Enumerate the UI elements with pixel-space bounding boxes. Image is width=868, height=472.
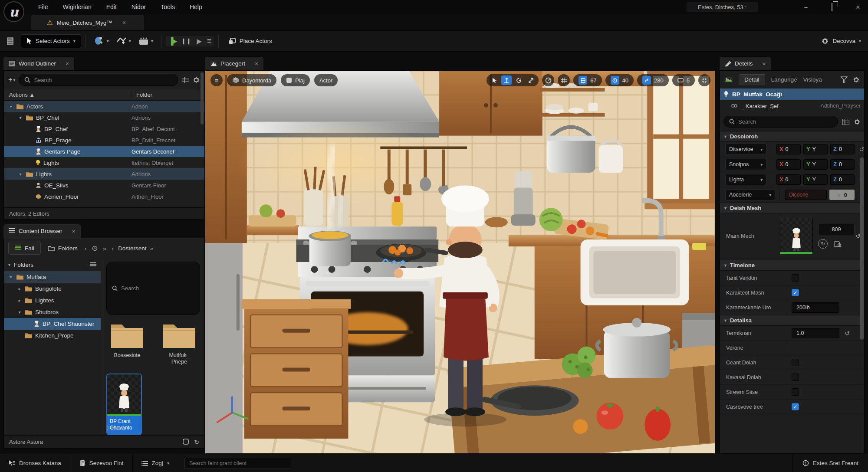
document-tab[interactable]: ⚠ Meie_Ditches_Myg™ × (31, 15, 144, 30)
statusbar-item-dronses[interactable]: Dronses Katana (0, 454, 70, 472)
folders-button[interactable]: Folders (45, 245, 80, 252)
outliner-row[interactable]: ▾ Actors Adoon (4, 101, 204, 112)
column-view-icon[interactable] (842, 119, 849, 125)
move-tool-icon[interactable] (501, 75, 512, 85)
transform-tools-dropdown[interactable]: ▾ (112, 36, 135, 46)
browse-to-asset-icon[interactable] (834, 240, 842, 247)
outliner-row[interactable]: BP_Prage BP_Dvilt_Etecnet (4, 134, 204, 146)
asset-search[interactable] (106, 262, 200, 315)
folder-tree-item[interactable]: BP_Chef Shuunster (4, 318, 101, 330)
y-value-field[interactable]: YY (803, 144, 828, 154)
folder-tile[interactable]: Bossesiote (106, 322, 148, 366)
scale-tool-icon[interactable] (526, 75, 536, 85)
pause-button[interactable]: ❙❙ (181, 38, 192, 44)
outliner-row[interactable]: Lights Itetrins, Obieroet (4, 157, 204, 168)
tab-visloya[interactable]: Visloya (803, 76, 822, 83)
rotation-snap-value[interactable]: 40 (605, 74, 634, 86)
close-icon[interactable]: × (122, 19, 126, 26)
column-header-folder[interactable]: Folder (132, 92, 204, 98)
use-selected-icon[interactable]: ↻ (818, 239, 828, 249)
camera-fov-value[interactable]: 5 (672, 74, 695, 86)
mesh-thumbnail[interactable] (780, 218, 813, 254)
outliner-row[interactable]: OE_Slivs Gentars Floor (4, 180, 204, 191)
reset-icon[interactable]: ↺ (845, 330, 850, 337)
back-icon[interactable]: ‹ (85, 245, 87, 252)
details-scrollbar[interactable] (860, 157, 864, 340)
details-gear-icon[interactable] (853, 76, 860, 83)
grid-settings-dropdown[interactable]: ▾ (135, 36, 157, 46)
menu-wigirlerian[interactable]: Wigirlerian (63, 3, 92, 10)
selected-component-row[interactable]: _ Karakter_Şef Adtihen_Prayser (720, 100, 864, 111)
snap-grid-button[interactable] (558, 74, 570, 86)
history-icon[interactable] (92, 246, 98, 251)
property-dropdown[interactable]: Aocelerle▾ (725, 189, 775, 200)
checkbox[interactable]: ✓ (792, 289, 799, 296)
menu-edit[interactable]: Edit (106, 3, 117, 10)
play-button[interactable]: ▶ (197, 37, 202, 45)
add-actor-dropdown[interactable]: ▾ (90, 36, 112, 46)
property-dropdown[interactable]: Snolpos▾ (725, 159, 766, 170)
checkbox[interactable] (792, 374, 799, 381)
z-value-field[interactable]: Z0 (830, 144, 855, 154)
outliner-settings-gear-icon[interactable] (193, 76, 200, 84)
tab-language[interactable]: Langunge (771, 76, 797, 83)
rotate-tool-icon[interactable] (513, 75, 524, 85)
camera-speed-button[interactable] (542, 74, 554, 86)
place-actors-button[interactable]: Place Actors (223, 34, 277, 48)
column-view-icon[interactable] (182, 77, 189, 83)
outliner-row[interactable]: Acirien_Floor Aithen_Floor (4, 191, 204, 202)
menu-help[interactable]: Help (190, 3, 202, 10)
tab-detail[interactable]: Detail (739, 74, 765, 85)
menu-nidor[interactable]: Nidor (132, 3, 146, 10)
checkbox[interactable] (792, 388, 799, 396)
viewport-layout-button[interactable] (698, 74, 710, 86)
minimize-button[interactable]: − (800, 3, 812, 11)
folder-tree-item[interactable]: ▸ Lightes (4, 295, 101, 306)
console-search[interactable] (184, 458, 291, 469)
folder-tree-item[interactable]: Kitchen_Prope (4, 330, 101, 341)
scale-snap-value[interactable]: 280 (637, 74, 669, 86)
value-field[interactable]: 1.0 (792, 328, 839, 338)
content-browser-tab[interactable]: Content Browser × (3, 224, 81, 238)
outliner-search[interactable] (19, 74, 178, 86)
filters-button[interactable]: Fall (8, 242, 41, 255)
save-icon[interactable] (6, 36, 15, 46)
outliner-row[interactable]: ▾ BP_Chef Adrions (4, 112, 204, 123)
details-settings-gear-icon[interactable] (854, 118, 861, 125)
settings-dropdown[interactable]: Decovva ▾ (821, 37, 861, 45)
close-icon[interactable]: × (255, 60, 258, 67)
x-value-field[interactable]: X0 (776, 174, 801, 185)
close-icon[interactable]: × (762, 60, 766, 67)
select-tool-icon[interactable] (489, 75, 500, 85)
select-actors-button[interactable]: Select Actors ▾ (21, 34, 81, 48)
property-dropdown[interactable]: Ditservioe▾ (725, 144, 766, 155)
details-tab[interactable]: Detells × (720, 57, 771, 70)
folder-tile[interactable]: Mutlfuk_Pnepe (158, 322, 200, 366)
restore-button[interactable] (826, 3, 838, 11)
y-value-field[interactable]: YY (803, 159, 828, 170)
column-header-actions[interactable]: Actions ▲ (4, 92, 132, 98)
property-dropdown[interactable]: Lighta▾ (725, 174, 766, 185)
viewport-tab[interactable]: Placegert × (205, 57, 263, 70)
statusbar-item-sezevoo[interactable]: Sezevoo Fint (70, 454, 133, 472)
folder-tree-item[interactable]: ▸ Bungolote (4, 283, 101, 295)
x-value-field[interactable]: X0 (776, 144, 801, 154)
double-chevron-icon[interactable]: » (103, 245, 106, 252)
details-search[interactable] (723, 116, 838, 128)
add-actor-button[interactable]: +▾ (8, 76, 15, 84)
menu-tools[interactable]: Tools (161, 3, 175, 10)
z-value-field[interactable]: Z0 (830, 174, 855, 185)
outliner-row[interactable]: ▾ Lights Adrions (4, 168, 204, 180)
grid-snap-value[interactable]: 67 (573, 74, 602, 86)
x-value-field[interactable]: X0 (776, 159, 801, 170)
z-value-field[interactable]: Z0 (830, 159, 855, 170)
console-search-input[interactable] (189, 460, 286, 466)
menu-file[interactable]: File (38, 3, 48, 10)
forward-icon[interactable]: › (112, 245, 114, 252)
play-mode-button[interactable]: Plaj (281, 74, 310, 86)
section-extra[interactable]: ▾Detalisa (720, 315, 864, 326)
mesh-asset-value[interactable]: 809 (818, 224, 855, 235)
viewport-scene[interactable] (205, 71, 715, 453)
folder-tree-item[interactable]: ▾ Shutbros (4, 306, 101, 318)
close-button[interactable]: × (852, 3, 864, 11)
